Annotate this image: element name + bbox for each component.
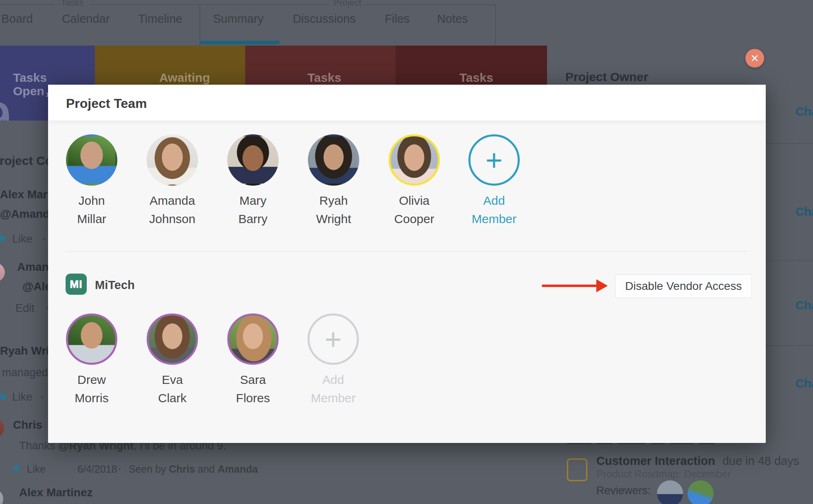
divider [66,251,747,252]
task-checkbox[interactable] [567,458,587,481]
change-link[interactable]: Cha [795,377,813,390]
team-member-list: John Millar Amanda Johnson Mary [59,134,447,228]
reviewer-avatar[interactable] [657,480,683,504]
tab-board[interactable]: Board [0,12,34,26]
like-link[interactable]: Like [12,233,33,245]
annotation-arrow [542,285,598,287]
disable-vendor-access-button[interactable]: Disable Vendor Access [615,274,752,298]
add-member-label: Add Member [461,191,527,228]
nav-group-border [365,4,495,5]
change-link[interactable]: Cha [795,205,813,219]
avatar [0,489,3,504]
member-avatar[interactable] [147,313,198,365]
close-modal-button[interactable]: ✕ [745,49,764,68]
nav-group-divider [495,4,496,46]
tab-notes[interactable]: Notes [435,12,470,26]
project-page: Tasks Project Board Calendar Timeline Su… [0,0,813,504]
member-avatar[interactable] [66,134,117,186]
member-name: Sara Flores [220,370,286,407]
project-owner-heading: Project Owner [565,70,648,84]
change-link[interactable]: Cha [795,105,813,118]
vendor-name: MiTech [95,278,135,292]
like-link[interactable]: Like [12,391,33,403]
annotation-arrow-head [596,279,608,292]
team-member: Amanda Johnson [140,134,205,228]
avatar [0,263,5,282]
meta-dot: • [41,392,44,402]
stat-value: 9 [0,98,11,121]
section-heading-fragment: Project Co [0,154,53,168]
member-name: Olivia Cooper [382,191,447,228]
comment-author: Alex Mart [0,188,51,201]
edit-link[interactable]: Edit [15,302,35,315]
comment-mention: @Amand [0,208,50,221]
member-avatar[interactable] [66,313,117,365]
member-avatar[interactable] [227,134,279,186]
comment-author: Chris [13,419,42,432]
add-member-label: Add Member [301,370,366,407]
avatar [0,418,4,438]
nav-group-border [200,4,330,5]
team-member: Drew Morris [59,313,124,407]
reviewer-avatar[interactable] [688,480,714,504]
nav-group-border [90,4,200,5]
divider [767,143,813,144]
reviewers-label: Reviewers: [596,484,651,497]
like-icon [12,462,22,472]
divider [767,261,813,261]
plus-icon[interactable]: + [468,134,520,186]
stat-label: Tasks [459,71,493,84]
nav-group-divider [200,4,200,46]
stat-label: Tasks Open [13,71,47,98]
project-team-modal: Project Team John Millar Amanda Johnson [48,85,766,443]
tab-files[interactable]: Files [384,12,411,26]
task-title: Customer Interactiondue in 48 days [596,454,799,468]
nav-group-label-tasks: Tasks [54,0,90,8]
stat-label: Awaiting [159,71,210,84]
team-member: John Millar [59,134,124,228]
member-name: Ryah Wright [301,191,366,228]
comment-mention: @Ale [22,280,51,293]
member-name: Eva Clark [140,370,205,407]
vendor-member-list: Drew Morris Eva Clark Sara [59,313,286,407]
comment-author: Alex Martinez [19,486,93,499]
tab-calendar[interactable]: Calendar [61,12,111,26]
team-member: Mary Barry [220,134,286,228]
member-name: Drew Morris [59,370,124,407]
active-tab-indicator [200,41,279,44]
stat-label: Tasks [308,71,341,84]
team-member: Sara Flores [220,313,286,407]
comment-date: 6/4/2018 [77,463,117,475]
divider [767,345,813,346]
modal-header: Project Team [48,85,766,121]
team-member: Olivia Cooper [382,134,447,228]
like-icon [0,232,8,243]
like-link[interactable]: Like [27,463,46,475]
add-vendor-member-button-disabled[interactable]: + Add Member [301,313,366,407]
close-icon: ✕ [751,53,759,64]
like-icon [0,390,9,401]
plus-icon[interactable]: + [308,313,359,365]
member-name: Mary Barry [220,191,286,228]
nav-group-border [0,4,54,5]
member-avatar[interactable] [308,134,359,186]
tab-summary[interactable]: Summary [211,12,266,26]
member-avatar[interactable] [147,134,198,186]
nav-group-label-project: Project [330,0,365,8]
meta-dot: • [118,465,121,474]
member-avatar[interactable] [389,134,440,186]
team-member: Ryah Wright [301,134,366,228]
add-member-button[interactable]: + Add Member [461,134,527,228]
tab-timeline[interactable]: Timeline [136,12,184,26]
comment-author: Aman [17,261,49,274]
comment-text: I managed [0,366,48,379]
tab-discussions[interactable]: Discussions [291,12,358,26]
change-link[interactable]: Cha [795,299,813,312]
member-avatar[interactable] [227,313,279,365]
team-member: Eva Clark [140,313,205,407]
modal-title: Project Team [66,96,147,111]
mitech-logo-icon: MI [66,274,87,295]
member-name: Amanda Johnson [140,191,205,228]
meta-dot: • [42,234,45,244]
member-name: John Millar [59,191,124,228]
